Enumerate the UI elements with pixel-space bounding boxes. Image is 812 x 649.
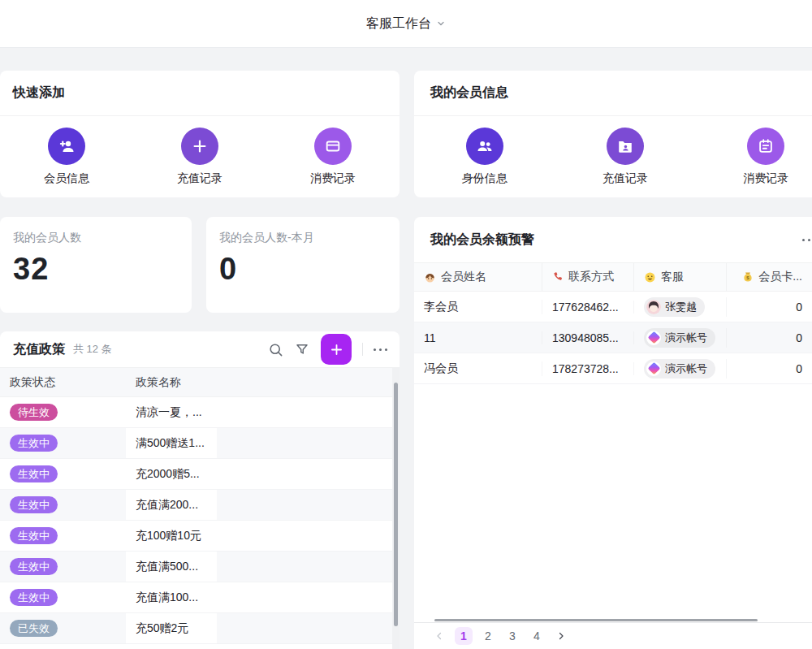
policy-name: 充值满500...: [126, 560, 217, 574]
recharge-policy-count: 共 12 条: [73, 342, 112, 357]
people-icon: [466, 128, 503, 165]
recharge-policy-toolbar: [267, 334, 388, 365]
policy-row[interactable]: 生效中 满500赠送1...: [0, 428, 400, 459]
shortcut-label: 充值记录: [177, 171, 222, 186]
balance-warning-title: 我的会员余额预警: [430, 231, 534, 249]
smiley-icon: [644, 271, 656, 283]
horizontal-scrollbar-thumb[interactable]: [434, 619, 758, 621]
recharge-policy-header: 充值政策 共 12 条: [0, 331, 400, 368]
search-icon[interactable]: [267, 341, 283, 357]
agent-name: 演示帐号: [665, 361, 707, 376]
status-badge: 已失效: [10, 620, 58, 637]
policy-row[interactable]: 生效中 充2000赠5...: [0, 459, 400, 490]
my-member-info-title: 我的会员信息: [430, 84, 508, 102]
money-bag-icon: $: [742, 271, 754, 283]
member-contact: 130948085...: [542, 331, 634, 344]
prev-page-icon[interactable]: [430, 627, 448, 645]
policy-name: 充100赠10元: [126, 529, 217, 543]
policy-row[interactable]: 待生效 清凉一夏，...: [0, 397, 400, 428]
status-badge: 待生效: [10, 404, 58, 421]
stat-value: 32: [13, 252, 179, 287]
app-title-dropdown[interactable]: 客服工作台: [366, 15, 446, 32]
column-header-name: 会员姓名: [441, 270, 486, 284]
more-icon[interactable]: [802, 238, 812, 241]
shortcut-label: 充值记录: [603, 171, 648, 186]
recharge-policy-card: 充值政策 共 12 条 政策状态 政策名称 待生效 清凉一夏，...: [0, 331, 400, 649]
policy-name: 充值满200...: [126, 498, 217, 513]
policy-table-header: 政策状态 政策名称: [0, 368, 400, 397]
girl-avatar: [646, 300, 661, 314]
shortcut-label: 会员信息: [44, 171, 89, 186]
policy-name: 清凉一夏，...: [126, 405, 217, 420]
member-row[interactable]: 冯会员 178273728... 演示帐号 0: [414, 353, 812, 384]
member-row[interactable]: 11 130948085... 演示帐号 0: [414, 322, 812, 353]
pagination: 1 2 3 4: [414, 622, 812, 649]
shortcut-label: 消费记录: [310, 171, 356, 186]
policy-row[interactable]: 生效中 充100赠10元: [0, 521, 400, 552]
top-bar: 客服工作台: [0, 0, 812, 48]
stat-value: 0: [219, 252, 387, 287]
quick-add-card: 快速添加 会员信息 充值记录 消费记录: [0, 71, 400, 197]
member-contact: 178273728...: [542, 362, 634, 375]
shortcut-consume-record[interactable]: 消费记录: [266, 128, 400, 186]
policy-row[interactable]: 已失效 充50赠2元: [0, 613, 400, 644]
quick-add-title: 快速添加: [13, 84, 65, 102]
policy-row[interactable]: 生效中 充值满500...: [0, 552, 400, 582]
shortcut-consume-record[interactable]: 消费记录: [696, 128, 812, 186]
stat-card-member-count-month: 我的会员人数-本月 0: [206, 217, 400, 313]
policy-name: 充2000赠5...: [126, 467, 217, 482]
filter-icon[interactable]: [294, 341, 310, 357]
folder-user-icon: [607, 128, 644, 165]
column-header-contact: 联系方式: [568, 270, 614, 284]
chevron-down-icon: [436, 19, 446, 28]
app-title: 客服工作台: [366, 15, 431, 32]
member-name: 11: [414, 331, 542, 344]
shortcut-member-info[interactable]: 会员信息: [0, 128, 133, 186]
person-add-icon: [48, 128, 85, 165]
quick-add-shortcuts: 会员信息 充值记录 消费记录: [0, 116, 400, 197]
next-page-icon[interactable]: [552, 627, 570, 645]
policy-name: 满500赠送1...: [126, 436, 217, 451]
my-member-info-header: 我的会员信息: [414, 71, 812, 116]
member-row[interactable]: 李会员 177628462... 张雯越 0: [414, 292, 812, 322]
calendar-icon: [747, 128, 784, 165]
page-button-3[interactable]: 3: [503, 627, 521, 645]
shortcut-identity-info[interactable]: 身份信息: [414, 128, 555, 186]
page-button-2[interactable]: 2: [479, 627, 497, 645]
column-header-status: 政策状态: [0, 375, 126, 390]
status-badge: 生效中: [10, 558, 58, 575]
vertical-scrollbar-track: [392, 368, 400, 649]
member-name: 冯会员: [414, 361, 542, 376]
status-badge: 生效中: [10, 465, 58, 482]
policy-row[interactable]: 生效中 充值满100...: [0, 582, 400, 613]
plus-icon: [329, 342, 344, 357]
status-badge: 生效中: [10, 527, 58, 544]
bank-card-icon: [314, 128, 352, 165]
plus-icon: [181, 128, 218, 165]
phone-icon: [552, 271, 564, 283]
policy-name: 充值满100...: [126, 591, 217, 605]
add-record-button[interactable]: [321, 334, 352, 365]
brand-avatar: [646, 331, 661, 345]
agent-name: 张雯越: [665, 300, 697, 314]
stat-label: 我的会员人数-本月: [219, 231, 387, 245]
status-badge: 生效中: [10, 589, 58, 606]
shortcut-recharge-record[interactable]: 充值记录: [555, 128, 695, 186]
member-name: 李会员: [414, 300, 542, 314]
vertical-scrollbar-thumb[interactable]: [394, 383, 398, 626]
page-button-4[interactable]: 4: [528, 627, 546, 645]
policy-name: 充50赠2元: [126, 621, 217, 636]
policy-row[interactable]: 生效中 充值满200...: [0, 490, 400, 521]
status-badge: 生效中: [10, 435, 58, 452]
stat-card-member-count: 我的会员人数 32: [0, 217, 192, 313]
status-badge: 生效中: [10, 496, 58, 513]
toolbar-divider: [362, 343, 363, 356]
more-icon[interactable]: [374, 348, 388, 351]
page-button-1[interactable]: 1: [455, 627, 473, 645]
balance-warning-header: 我的会员余额预警: [414, 217, 812, 262]
recharge-policy-title: 充值政策: [13, 341, 65, 358]
member-contact: 177628462...: [542, 301, 634, 314]
balance-warning-card: 我的会员余额预警 会员姓名 联系方式 客服 $ 会员卡...: [414, 217, 812, 649]
shortcut-recharge-record[interactable]: 充值记录: [133, 128, 266, 186]
woman-icon: [424, 271, 436, 283]
